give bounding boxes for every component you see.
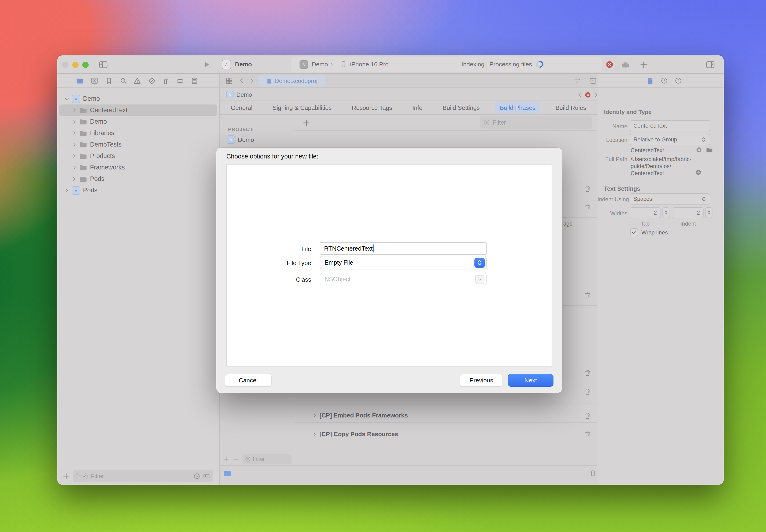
next-button[interactable]: Next <box>508 374 554 387</box>
tab-demo-xcodeproj[interactable]: Demo.xcodeproj <box>258 75 326 86</box>
chevron-right-icon[interactable] <box>72 108 77 113</box>
navigator-filter-input[interactable]: Filter <box>73 470 213 482</box>
tab-build-phases[interactable]: Build Phases <box>495 102 540 113</box>
scheme-selector[interactable]: Demo › iPhone 16 Pro Indexing | Processi… <box>291 57 602 72</box>
chevron-right-icon[interactable] <box>72 176 77 182</box>
breakpoints-icon[interactable] <box>176 77 184 85</box>
location-popup[interactable]: Relative to Group <box>630 134 710 145</box>
chevron-right-icon[interactable] <box>312 432 317 437</box>
filter-scope-icon[interactable] <box>75 473 88 479</box>
trash-icon[interactable] <box>584 431 591 438</box>
chevron-down-icon[interactable] <box>64 96 69 101</box>
previous-button[interactable]: Previous <box>460 374 503 387</box>
phases-filter-input[interactable]: Filter <box>480 116 592 129</box>
debug-icon[interactable] <box>162 77 169 85</box>
swap-editor-icon[interactable] <box>574 77 582 85</box>
source-control-icon[interactable] <box>90 77 98 85</box>
tests-icon[interactable] <box>148 77 156 85</box>
search-icon[interactable] <box>119 77 127 85</box>
tree-item-demo[interactable]: Demo <box>57 116 219 127</box>
chevron-right-icon[interactable] <box>312 413 317 418</box>
recent-files-icon[interactable] <box>193 473 200 480</box>
bookmarks-icon[interactable] <box>105 77 113 85</box>
project-navigator-icon[interactable] <box>76 77 84 85</box>
file-type-popup[interactable]: Empty File <box>320 256 487 269</box>
trash-icon[interactable] <box>584 369 591 377</box>
file-name-input[interactable]: RTNCenteredText <box>320 242 487 255</box>
project-item-label[interactable]: Demo <box>238 136 254 144</box>
tab-signing[interactable]: Signing & Capabilities <box>268 102 336 113</box>
issue-error-badge[interactable] <box>584 91 591 98</box>
trash-icon[interactable] <box>584 291 591 299</box>
back-icon[interactable] <box>238 77 245 84</box>
class-combo[interactable]: NSObject <box>320 273 487 285</box>
trash-icon[interactable] <box>584 412 591 419</box>
indent-using-popup[interactable]: Spaces <box>630 193 710 205</box>
trash-icon[interactable] <box>584 388 591 395</box>
wrap-lines-checkbox[interactable] <box>630 228 638 236</box>
tree-item-demo-root[interactable]: Demo <box>57 93 219 104</box>
stop-error-icon[interactable] <box>606 61 614 68</box>
tree-item-demotests[interactable]: DemoTests <box>57 139 219 150</box>
add-build-phase-button[interactable] <box>302 119 310 127</box>
toggle-navigator-icon[interactable] <box>98 60 108 70</box>
issues-icon[interactable] <box>133 77 141 85</box>
indent-width-field[interactable]: 2 <box>673 207 704 218</box>
targets-filter-input[interactable]: Filter <box>242 454 291 464</box>
chevron-right-icon[interactable] <box>72 142 77 147</box>
tab-build-settings[interactable]: Build Settings <box>438 102 485 113</box>
forward-icon[interactable] <box>248 77 255 84</box>
reveal-path-icon[interactable] <box>695 169 702 176</box>
name-field[interactable]: CenteredText <box>630 120 710 131</box>
chevron-right-icon[interactable] <box>72 119 77 124</box>
trash-icon[interactable] <box>584 204 591 211</box>
text-caret <box>373 244 374 252</box>
tree-item-pods-project[interactable]: Pods <box>57 185 219 196</box>
tree-item-pods-group[interactable]: Pods <box>57 173 219 185</box>
toggle-inspector-icon[interactable] <box>705 60 715 70</box>
cancel-button[interactable]: Cancel <box>225 374 271 387</box>
chevron-right-icon[interactable] <box>72 131 77 136</box>
help-inspector-icon[interactable] <box>675 77 682 84</box>
name-value: CenteredText <box>633 122 667 129</box>
device-preview-icon[interactable] <box>590 470 597 477</box>
tab-info[interactable]: Info <box>408 102 427 113</box>
trash-icon[interactable] <box>584 185 591 192</box>
embed-pods-row[interactable]: [CP] Embed Pods Frameworks <box>319 412 408 419</box>
remove-target-button[interactable] <box>233 456 240 462</box>
indent-width-stepper[interactable] <box>705 207 712 218</box>
tree-item-libraries[interactable]: Libraries <box>57 127 219 139</box>
tree-item-centeredtext[interactable]: CenteredText <box>57 104 219 116</box>
add-target-button[interactable] <box>223 456 229 462</box>
inspector-tab-strip <box>597 74 724 88</box>
tab-build-rules[interactable]: Build Rules <box>551 102 591 113</box>
tree-item-products[interactable]: Products <box>57 150 219 162</box>
history-inspector-icon[interactable] <box>661 77 668 84</box>
tree-item-frameworks[interactable]: Frameworks <box>57 162 219 173</box>
add-file-button[interactable] <box>62 472 70 480</box>
choose-folder-icon[interactable] <box>706 147 713 154</box>
chevron-right-icon[interactable] <box>72 154 77 159</box>
jumpbar-title[interactable]: Demo <box>236 91 252 98</box>
add-toolbar-icon[interactable] <box>640 61 648 69</box>
chevron-right-icon[interactable] <box>64 188 69 193</box>
add-editor-icon[interactable] <box>589 77 597 85</box>
clear-location-icon[interactable] <box>696 147 702 153</box>
traffic-minimize-button[interactable] <box>72 62 79 68</box>
run-button[interactable] <box>202 60 211 69</box>
traffic-close-button[interactable] <box>62 62 68 68</box>
reports-icon[interactable] <box>190 77 198 85</box>
tab-general[interactable]: General <box>226 102 257 113</box>
indent-caption: Indent <box>673 220 704 227</box>
window-toolbar: Demo Demo › iPhone 16 Pro Indexing | Pro… <box>57 55 724 74</box>
copy-pods-row[interactable]: [CP] Copy Pods Resources <box>319 431 398 438</box>
source-control-filter-icon[interactable] <box>203 472 210 480</box>
tab-width-stepper[interactable] <box>662 207 669 218</box>
tab-overview-icon[interactable] <box>225 77 233 85</box>
issue-previous-icon[interactable] <box>577 92 583 98</box>
traffic-zoom-button[interactable] <box>82 62 89 68</box>
tab-width-field[interactable]: 2 <box>630 207 661 218</box>
chevron-right-icon[interactable] <box>72 165 77 170</box>
file-inspector-icon[interactable] <box>647 77 654 84</box>
tab-resource-tags[interactable]: Resource Tags <box>347 102 397 113</box>
